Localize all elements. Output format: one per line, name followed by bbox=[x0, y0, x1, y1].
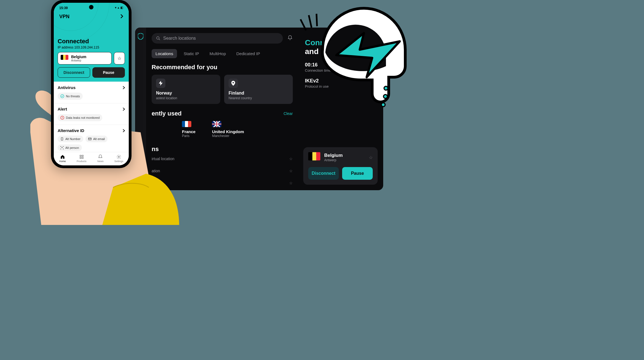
status-safe: and safe bbox=[305, 47, 376, 56]
alert-header[interactable]: Alert bbox=[58, 107, 125, 111]
svg-line-4 bbox=[309, 15, 312, 28]
country: United Kingdom bbox=[212, 129, 244, 134]
connection-time: 00:16 bbox=[305, 62, 376, 68]
reco-name: Finland bbox=[229, 91, 288, 96]
server-selector[interactable]: Belgium Antwerp bbox=[58, 52, 112, 65]
star-icon[interactable]: ☆ bbox=[289, 181, 293, 185]
nav-label: Products bbox=[77, 160, 87, 163]
star-icon[interactable]: ☆ bbox=[289, 169, 293, 173]
svg-point-20 bbox=[118, 156, 120, 158]
reco-card-norway[interactable]: Norway astest location bbox=[152, 75, 220, 104]
chevron-right-icon bbox=[123, 108, 125, 111]
bottom-nav: Home Products News Settings bbox=[54, 152, 129, 165]
shield-icon[interactable] bbox=[138, 33, 143, 41]
svg-point-2 bbox=[233, 82, 234, 84]
clear-button[interactable]: Clear bbox=[284, 111, 293, 116]
locations-title: ns bbox=[152, 146, 293, 153]
conn-country: Belgium bbox=[324, 153, 365, 158]
desktop-sidebar bbox=[135, 28, 146, 190]
tab-dedicated-ip[interactable]: Dedicated IP bbox=[232, 49, 264, 58]
section-alternative-id: Alternative ID Alt Number Alt email Alt … bbox=[54, 125, 129, 154]
tab-multihop[interactable]: MultiHop bbox=[206, 49, 230, 58]
svg-rect-17 bbox=[82, 155, 83, 157]
status-connected: Connected bbox=[305, 39, 376, 47]
chip-label: Data leaks not monitored bbox=[66, 116, 100, 119]
pause-button[interactable]: Pause bbox=[92, 67, 125, 78]
chevron-right-icon bbox=[123, 86, 125, 89]
alert-chip: Data leaks not monitored bbox=[58, 114, 102, 121]
star-icon: ☆ bbox=[117, 56, 121, 61]
svg-rect-14 bbox=[88, 138, 91, 140]
svg-rect-16 bbox=[80, 155, 81, 157]
star-icon[interactable]: ☆ bbox=[289, 157, 293, 161]
location-row[interactable]: ation ☆ bbox=[152, 177, 293, 189]
recommended-title: Recommended for you bbox=[152, 64, 293, 71]
search-input[interactable]: Search locations bbox=[152, 33, 283, 44]
alt-person-chip[interactable]: Alt person bbox=[58, 144, 82, 151]
chip-label: No threats bbox=[66, 95, 80, 98]
recent-title: ently used bbox=[152, 110, 182, 117]
topbar: Search locations bbox=[152, 33, 293, 44]
mobile-header-area: 15:39 ▾ ▴ ◧ VPN Connected IP address 103… bbox=[54, 3, 129, 82]
bell-icon[interactable] bbox=[287, 35, 293, 42]
disconnect-button[interactable]: Disconnect bbox=[308, 167, 339, 180]
svg-line-1 bbox=[159, 39, 160, 40]
chip-label: Alt Number bbox=[65, 137, 80, 141]
reco-card-finland[interactable]: Finland Nearest country bbox=[224, 75, 293, 104]
chip-label: Alt email bbox=[93, 137, 105, 141]
ip-address: IP address 103.109.244.115 bbox=[58, 45, 125, 49]
pause-button[interactable]: Pause bbox=[342, 167, 373, 180]
nav-home[interactable]: Home bbox=[59, 154, 66, 163]
alt-number-chip[interactable]: Alt Number bbox=[58, 136, 83, 142]
section-title: Alternative ID bbox=[58, 128, 84, 133]
connection-card: Belgium Antwerp ☆ Disconnect Pause bbox=[303, 147, 378, 185]
svg-rect-13 bbox=[61, 138, 63, 140]
section-title: Alert bbox=[58, 107, 67, 111]
antivirus-header[interactable]: Antivirus bbox=[58, 85, 125, 90]
server-country: Belgium bbox=[71, 55, 86, 59]
pin-icon bbox=[229, 79, 238, 88]
favorite-button[interactable]: ☆ bbox=[114, 52, 125, 65]
status-label: Connected bbox=[58, 38, 125, 45]
altid-header[interactable]: Alternative ID bbox=[58, 128, 125, 133]
conn-city: Antwerp bbox=[324, 158, 365, 162]
tab-locations[interactable]: Locations bbox=[152, 49, 177, 58]
search-icon bbox=[156, 36, 160, 41]
nav-products[interactable]: Products bbox=[77, 154, 87, 163]
france-flag-icon bbox=[182, 121, 191, 127]
recent-item-uk[interactable]: United Kingdom Manchester bbox=[212, 121, 244, 138]
star-icon[interactable]: ☆ bbox=[369, 155, 373, 160]
connection-time-label: Connection time bbox=[305, 68, 376, 72]
nav-settings[interactable]: Settings bbox=[114, 154, 124, 163]
city: Manchester bbox=[212, 134, 244, 138]
svg-point-12 bbox=[62, 118, 63, 119]
lightning-icon bbox=[156, 79, 165, 88]
nav-label: News bbox=[97, 160, 104, 163]
city: Paris bbox=[182, 134, 195, 138]
vpn-header[interactable]: VPN bbox=[58, 10, 125, 22]
tabs: Locations Static IP MultiHop Dedicated I… bbox=[152, 49, 293, 58]
location-row[interactable]: ation ☆ bbox=[152, 165, 293, 177]
gear-icon bbox=[116, 154, 121, 159]
svg-point-6 bbox=[384, 86, 388, 90]
phone-icon bbox=[60, 137, 64, 141]
scan-icon bbox=[60, 146, 64, 149]
home-icon bbox=[60, 154, 65, 159]
belgium-flag-icon bbox=[61, 55, 68, 60]
nav-label: Settings bbox=[114, 160, 124, 163]
desktop-main: Search locations Locations Static IP Mul… bbox=[146, 28, 298, 190]
location-row[interactable]: irtual location ☆ bbox=[152, 153, 293, 165]
status-icons: ▾ ▴ ◧ bbox=[115, 6, 123, 10]
tab-static-ip[interactable]: Static IP bbox=[180, 49, 203, 58]
mobile-body: Antivirus No threats Alert bbox=[54, 82, 129, 154]
section-antivirus: Antivirus No threats bbox=[54, 82, 129, 103]
reco-name: Norway bbox=[156, 91, 216, 96]
partial-number: 10 bbox=[373, 58, 379, 64]
uk-flag-icon bbox=[212, 121, 221, 127]
svg-line-5 bbox=[316, 14, 317, 26]
protocol: IKEv2 bbox=[305, 78, 376, 84]
nav-news[interactable]: News bbox=[97, 154, 104, 163]
alt-email-chip[interactable]: Alt email bbox=[85, 136, 108, 142]
disconnect-button[interactable]: Disconnect bbox=[58, 67, 90, 78]
recent-item-france[interactable]: France Paris bbox=[182, 121, 195, 138]
